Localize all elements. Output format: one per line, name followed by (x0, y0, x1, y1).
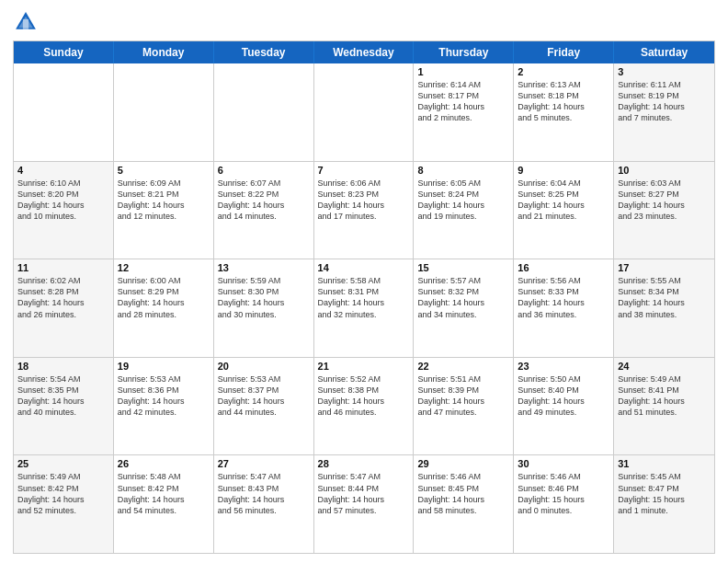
day-number: 23 (518, 361, 609, 372)
day-cell-16: 16Sunrise: 5:56 AM Sunset: 8:33 PM Dayli… (514, 259, 614, 357)
day-info: Sunrise: 6:06 AM Sunset: 8:23 PM Dayligh… (318, 178, 410, 223)
day-number: 14 (318, 262, 410, 273)
header-cell-monday: Monday (114, 41, 214, 63)
day-cell-3: 3Sunrise: 6:11 AM Sunset: 8:19 PM Daylig… (614, 63, 714, 161)
day-number: 26 (118, 458, 210, 469)
day-cell-6: 6Sunrise: 6:07 AM Sunset: 8:22 PM Daylig… (214, 162, 314, 259)
day-info: Sunrise: 6:03 AM Sunset: 8:27 PM Dayligh… (618, 178, 711, 223)
day-number: 7 (318, 165, 410, 176)
day-info: Sunrise: 6:04 AM Sunset: 8:25 PM Dayligh… (518, 178, 609, 223)
day-info: Sunrise: 5:56 AM Sunset: 8:33 PM Dayligh… (518, 275, 609, 320)
day-cell-10: 10Sunrise: 6:03 AM Sunset: 8:27 PM Dayli… (614, 162, 714, 259)
day-number: 6 (218, 165, 310, 176)
day-number: 9 (518, 165, 609, 176)
day-number: 19 (118, 361, 210, 372)
day-number: 5 (118, 165, 210, 176)
day-info: Sunrise: 5:54 AM Sunset: 8:35 PM Dayligh… (17, 373, 109, 419)
day-info: Sunrise: 5:49 AM Sunset: 8:42 PM Dayligh… (17, 471, 109, 516)
logo-icon (13, 9, 39, 35)
day-cell-2: 2Sunrise: 6:13 AM Sunset: 8:18 PM Daylig… (514, 63, 614, 161)
day-cell-21: 21Sunrise: 5:52 AM Sunset: 8:38 PM Dayli… (314, 358, 415, 455)
day-cell-5: 5Sunrise: 6:09 AM Sunset: 8:21 PM Daylig… (114, 162, 214, 259)
calendar: SundayMondayTuesdayWednesdayThursdayFrid… (13, 40, 715, 554)
day-info: Sunrise: 5:50 AM Sunset: 8:40 PM Dayligh… (518, 373, 609, 419)
calendar-row-3: 11Sunrise: 6:02 AM Sunset: 8:28 PM Dayli… (14, 259, 714, 358)
day-number: 30 (518, 458, 609, 469)
day-cell-13: 13Sunrise: 5:59 AM Sunset: 8:30 PM Dayli… (214, 259, 314, 357)
day-number: 15 (417, 262, 509, 273)
day-number: 31 (618, 458, 711, 469)
svg-rect-2 (23, 19, 28, 29)
day-number: 12 (118, 262, 210, 273)
day-cell-8: 8Sunrise: 6:05 AM Sunset: 8:24 PM Daylig… (414, 162, 514, 259)
day-info: Sunrise: 5:45 AM Sunset: 8:47 PM Dayligh… (618, 471, 711, 516)
header-cell-tuesday: Tuesday (214, 41, 314, 63)
day-cell-empty (314, 63, 415, 161)
day-cell-15: 15Sunrise: 5:57 AM Sunset: 8:32 PM Dayli… (414, 259, 514, 357)
header-cell-friday: Friday (514, 41, 614, 63)
day-info: Sunrise: 6:07 AM Sunset: 8:22 PM Dayligh… (218, 178, 310, 223)
day-number: 21 (318, 361, 410, 372)
day-cell-29: 29Sunrise: 5:46 AM Sunset: 8:45 PM Dayli… (414, 455, 514, 553)
day-number: 1 (417, 66, 509, 77)
day-cell-12: 12Sunrise: 6:00 AM Sunset: 8:29 PM Dayli… (114, 259, 214, 357)
header-cell-sunday: Sunday (14, 41, 114, 63)
day-cell-19: 19Sunrise: 5:53 AM Sunset: 8:36 PM Dayli… (114, 358, 214, 455)
calendar-row-4: 18Sunrise: 5:54 AM Sunset: 8:35 PM Dayli… (14, 358, 714, 456)
day-number: 28 (318, 458, 410, 469)
day-info: Sunrise: 5:53 AM Sunset: 8:37 PM Dayligh… (218, 373, 310, 419)
day-info: Sunrise: 6:10 AM Sunset: 8:20 PM Dayligh… (17, 178, 109, 223)
day-info: Sunrise: 5:46 AM Sunset: 8:46 PM Dayligh… (518, 471, 609, 516)
day-number: 8 (417, 165, 509, 176)
day-number: 10 (618, 165, 711, 176)
day-info: Sunrise: 5:52 AM Sunset: 8:38 PM Dayligh… (318, 373, 410, 419)
header-cell-saturday: Saturday (614, 41, 714, 63)
day-cell-31: 31Sunrise: 5:45 AM Sunset: 8:47 PM Dayli… (614, 455, 714, 553)
day-cell-7: 7Sunrise: 6:06 AM Sunset: 8:23 PM Daylig… (314, 162, 415, 259)
day-cell-4: 4Sunrise: 6:10 AM Sunset: 8:20 PM Daylig… (14, 162, 114, 259)
day-number: 20 (218, 361, 310, 372)
day-info: Sunrise: 6:11 AM Sunset: 8:19 PM Dayligh… (618, 79, 711, 124)
day-cell-24: 24Sunrise: 5:49 AM Sunset: 8:41 PM Dayli… (614, 358, 714, 455)
day-cell-27: 27Sunrise: 5:47 AM Sunset: 8:43 PM Dayli… (214, 455, 314, 553)
day-info: Sunrise: 5:55 AM Sunset: 8:34 PM Dayligh… (618, 275, 711, 320)
calendar-header: SundayMondayTuesdayWednesdayThursdayFrid… (14, 41, 714, 63)
day-cell-1: 1Sunrise: 6:14 AM Sunset: 8:17 PM Daylig… (414, 63, 514, 161)
day-number: 27 (218, 458, 310, 469)
day-number: 11 (17, 262, 109, 273)
day-cell-30: 30Sunrise: 5:46 AM Sunset: 8:46 PM Dayli… (514, 455, 614, 553)
logo (13, 9, 42, 35)
day-info: Sunrise: 6:14 AM Sunset: 8:17 PM Dayligh… (417, 79, 509, 124)
header (13, 9, 715, 35)
header-cell-wednesday: Wednesday (314, 41, 415, 63)
calendar-row-2: 4Sunrise: 6:10 AM Sunset: 8:20 PM Daylig… (14, 162, 714, 260)
calendar-body: 1Sunrise: 6:14 AM Sunset: 8:17 PM Daylig… (14, 63, 714, 553)
day-number: 4 (17, 165, 109, 176)
day-cell-23: 23Sunrise: 5:50 AM Sunset: 8:40 PM Dayli… (514, 358, 614, 455)
day-cell-28: 28Sunrise: 5:47 AM Sunset: 8:44 PM Dayli… (314, 455, 415, 553)
day-number: 3 (618, 66, 711, 77)
page: SundayMondayTuesdayWednesdayThursdayFrid… (0, 0, 728, 563)
day-cell-26: 26Sunrise: 5:48 AM Sunset: 8:42 PM Dayli… (114, 455, 214, 553)
day-info: Sunrise: 5:48 AM Sunset: 8:42 PM Dayligh… (118, 471, 210, 516)
day-number: 17 (618, 262, 711, 273)
day-cell-empty (214, 63, 314, 161)
day-cell-18: 18Sunrise: 5:54 AM Sunset: 8:35 PM Dayli… (14, 358, 114, 455)
day-info: Sunrise: 5:51 AM Sunset: 8:39 PM Dayligh… (417, 373, 509, 419)
day-info: Sunrise: 5:59 AM Sunset: 8:30 PM Dayligh… (218, 275, 310, 320)
day-number: 13 (218, 262, 310, 273)
day-info: Sunrise: 5:47 AM Sunset: 8:43 PM Dayligh… (218, 471, 310, 516)
day-info: Sunrise: 6:00 AM Sunset: 8:29 PM Dayligh… (118, 275, 210, 320)
day-number: 22 (417, 361, 509, 372)
day-cell-17: 17Sunrise: 5:55 AM Sunset: 8:34 PM Dayli… (614, 259, 714, 357)
day-info: Sunrise: 5:58 AM Sunset: 8:31 PM Dayligh… (318, 275, 410, 320)
calendar-row-1: 1Sunrise: 6:14 AM Sunset: 8:17 PM Daylig… (14, 63, 714, 162)
day-number: 29 (417, 458, 509, 469)
day-info: Sunrise: 6:09 AM Sunset: 8:21 PM Dayligh… (118, 178, 210, 223)
day-info: Sunrise: 5:57 AM Sunset: 8:32 PM Dayligh… (417, 275, 509, 320)
calendar-row-5: 25Sunrise: 5:49 AM Sunset: 8:42 PM Dayli… (14, 455, 714, 553)
day-cell-empty (14, 63, 114, 161)
day-number: 16 (518, 262, 609, 273)
day-info: Sunrise: 5:53 AM Sunset: 8:36 PM Dayligh… (118, 373, 210, 419)
day-cell-20: 20Sunrise: 5:53 AM Sunset: 8:37 PM Dayli… (214, 358, 314, 455)
